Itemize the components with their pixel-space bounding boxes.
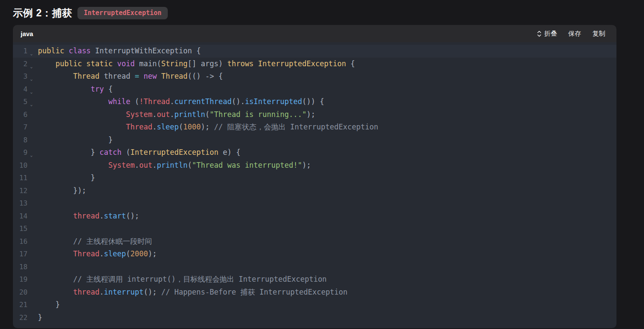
line-number: 20 xyxy=(13,286,28,299)
code-text: } xyxy=(35,172,95,184)
code-line-19: 19 // 主线程调用 interrupt()，目标线程会抛出 Interrup… xyxy=(13,273,616,286)
code-text: Thread thread = new Thread(() -> { xyxy=(35,70,223,83)
code-line-17: 17 Thread.sleep(2000); xyxy=(13,248,616,261)
code-line-7: 7 Thread.sleep(1000); // 阻塞状态，会抛出 Interr… xyxy=(13,121,616,134)
fold-chevron-icon[interactable]: ⌄ xyxy=(28,58,35,71)
line-number: 4 xyxy=(13,83,28,96)
line-number: 13 xyxy=(13,197,28,210)
save-button[interactable]: 保存 xyxy=(568,30,581,38)
code-text: while (!Thread.currentThread().isInterru… xyxy=(35,95,324,108)
code-text: Thread.sleep(2000); xyxy=(35,248,157,261)
code-text: } xyxy=(35,134,113,147)
code-text: thread.interrupt(); // Happens-Before 捕获… xyxy=(35,286,348,299)
fold-spacer xyxy=(28,261,35,274)
code-line-15: 15 xyxy=(13,222,616,235)
fold-chevron-icon[interactable]: ⌄ xyxy=(28,146,35,159)
code-block-header: java 折叠 保存 复制 xyxy=(13,25,616,42)
code-line-12: 12 }); xyxy=(13,184,616,197)
line-number: 22 xyxy=(13,311,28,324)
fold-spacer xyxy=(28,184,35,197)
copy-button-label: 复制 xyxy=(592,30,605,38)
page-title: 示例 2：捕获 xyxy=(13,6,72,20)
code-line-20: 20 thread.interrupt(); // Happens-Before… xyxy=(13,286,616,299)
line-number: 7 xyxy=(13,121,28,134)
code-line-1: 1⌄public class InterruptWithException { xyxy=(13,45,616,58)
line-number: 3 xyxy=(13,70,28,83)
code-line-18: 18 xyxy=(13,261,616,274)
code-toolbar: 折叠 保存 复制 xyxy=(537,30,605,38)
save-button-label: 保存 xyxy=(568,30,581,38)
code-block: java 折叠 保存 复制 1 xyxy=(13,25,616,328)
code-line-22: 22} xyxy=(13,311,616,324)
code-line-8: 8 } xyxy=(13,134,616,147)
code-line-13: 13 xyxy=(13,197,616,210)
code-line-16: 16 // 主线程休眠一段时间 xyxy=(13,235,616,248)
code-text: System.out.println("Thread was interrupt… xyxy=(35,159,311,172)
code-text: // 主线程调用 interrupt()，目标线程会抛出 Interrupted… xyxy=(35,273,327,286)
fold-spacer xyxy=(28,108,35,121)
collapse-button[interactable]: 折叠 xyxy=(537,30,557,38)
fold-spacer xyxy=(28,235,35,248)
code-text: public class InterruptWithException { xyxy=(35,45,201,58)
fold-spacer xyxy=(28,159,35,172)
line-number: 10 xyxy=(13,159,28,172)
line-number: 6 xyxy=(13,108,28,121)
page: 示例 2：捕获 InterruptedException java 折叠 保存 xyxy=(0,0,644,328)
language-label: java xyxy=(21,30,33,37)
code-line-9: 9⌄ } catch (InterruptedException e) { xyxy=(13,146,616,159)
fold-spacer xyxy=(28,273,35,286)
code-text xyxy=(35,197,38,210)
line-number: 8 xyxy=(13,134,28,147)
code-line-3: 3⌄ Thread thread = new Thread(() -> { xyxy=(13,70,616,83)
fold-spacer xyxy=(28,134,35,147)
fold-spacer xyxy=(28,172,35,184)
fold-chevron-icon[interactable]: ⌄ xyxy=(28,83,35,96)
inline-code-badge: InterruptedException xyxy=(77,7,168,19)
code-text: try { xyxy=(35,83,113,96)
code-text: } xyxy=(35,311,42,324)
line-number: 5 xyxy=(13,95,28,108)
fold-spacer xyxy=(28,311,35,324)
collapse-button-label: 折叠 xyxy=(544,30,557,38)
code-text: } xyxy=(35,298,60,311)
code-text: // 主线程休眠一段时间 xyxy=(35,235,152,248)
line-number: 9 xyxy=(13,146,28,159)
code-line-21: 21 } xyxy=(13,298,616,311)
code-text: public static void main(String[] args) t… xyxy=(35,58,355,71)
fold-spacer xyxy=(28,222,35,235)
code-text: }); xyxy=(35,184,86,197)
copy-button[interactable]: 复制 xyxy=(592,30,605,38)
line-number: 21 xyxy=(13,298,28,311)
line-number: 11 xyxy=(13,172,28,184)
fold-spacer xyxy=(28,248,35,261)
line-number: 1 xyxy=(13,45,28,58)
code-line-4: 4⌄ try { xyxy=(13,83,616,96)
section-heading: 示例 2：捕获 InterruptedException xyxy=(13,5,644,21)
fold-spacer xyxy=(28,121,35,134)
line-number: 17 xyxy=(13,248,28,261)
code-line-5: 5⌄ while (!Thread.currentThread().isInte… xyxy=(13,95,616,108)
fold-chevron-icon[interactable]: ⌄ xyxy=(28,45,35,58)
code-line-14: 14 thread.start(); xyxy=(13,210,616,223)
code-text xyxy=(35,261,38,274)
code-line-10: 10 System.out.println("Thread was interr… xyxy=(13,159,616,172)
line-number: 19 xyxy=(13,273,28,286)
fold-spacer xyxy=(28,210,35,223)
line-number: 18 xyxy=(13,261,28,274)
fold-spacer xyxy=(28,197,35,210)
code-line-11: 11 } xyxy=(13,172,616,184)
code-text: Thread.sleep(1000); // 阻塞状态，会抛出 Interrup… xyxy=(35,121,378,134)
code-text: System.out.println("Thread is running...… xyxy=(35,108,315,121)
chevron-updown-icon xyxy=(537,30,542,37)
code-line-6: 6 System.out.println("Thread is running.… xyxy=(13,108,616,121)
fold-spacer xyxy=(28,286,35,299)
code-text: } catch (InterruptedException e) { xyxy=(35,146,240,159)
fold-chevron-icon[interactable]: ⌄ xyxy=(28,70,35,83)
fold-chevron-icon[interactable]: ⌄ xyxy=(28,95,35,108)
line-number: 2 xyxy=(13,58,28,71)
fold-spacer xyxy=(28,298,35,311)
code-text xyxy=(35,222,38,235)
code-line-2: 2⌄ public static void main(String[] args… xyxy=(13,58,616,71)
line-number: 16 xyxy=(13,235,28,248)
line-number: 14 xyxy=(13,210,28,223)
